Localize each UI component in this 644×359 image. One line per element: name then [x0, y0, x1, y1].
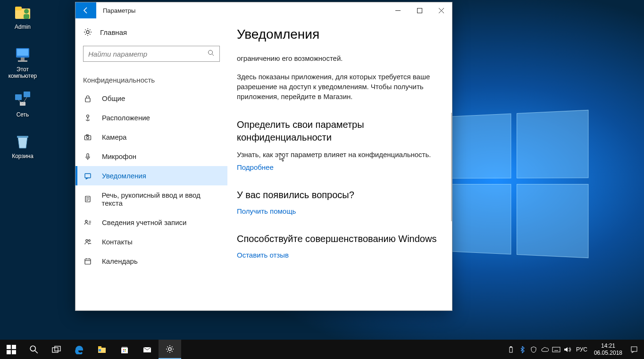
titlebar[interactable]: Параметры [75, 2, 452, 18]
content-subheading: Способствуйте совершенствованию Windows [237, 233, 443, 245]
settings-window: Параметры Главная Конфиденциальность [75, 2, 452, 311]
desktop-icon-this-pc[interactable]: Этот компьютер [5, 45, 41, 79]
sidebar-item-speech[interactable]: Речь, рукописный ввод и ввод текста [75, 185, 227, 213]
taskbar-edge-button[interactable] [68, 340, 91, 359]
svg-rect-24 [85, 135, 91, 140]
recycle-bin-icon [13, 132, 32, 151]
get-help-link[interactable]: Получить помощь [237, 207, 296, 215]
taskbar-explorer-button[interactable] [91, 340, 113, 359]
svg-rect-9 [24, 92, 30, 97]
sidebar-item-camera[interactable]: Камера [75, 127, 227, 147]
svg-rect-64 [552, 347, 560, 352]
content-description: Узнать, как этот параметр влияет на конф… [237, 150, 443, 159]
close-button[interactable] [430, 2, 452, 18]
system-tray: РУС 14:21 06.05.2018 [503, 340, 644, 359]
settings-sidebar: Главная Конфиденциальность Общие Располо… [75, 18, 227, 310]
maximize-button[interactable] [409, 2, 430, 18]
windows-logo-wallpaper [451, 110, 589, 258]
gear-icon [83, 28, 92, 36]
sidebar-item-label: Камера [102, 133, 126, 141]
svg-rect-44 [7, 345, 11, 349]
window-title: Параметры [103, 7, 135, 14]
svg-rect-46 [7, 350, 11, 354]
sidebar-item-account-info[interactable]: Сведения учетной записи [75, 213, 227, 232]
sidebar-item-label: Календарь [102, 257, 138, 265]
sidebar-item-contacts[interactable]: Контакты [75, 232, 227, 251]
scrollbar-thumb[interactable] [451, 113, 452, 221]
microphone-icon [83, 153, 92, 160]
svg-point-2 [24, 9, 29, 14]
svg-rect-70 [631, 347, 637, 351]
user-folder-icon [13, 3, 32, 22]
svg-rect-51 [55, 346, 60, 351]
learn-more-link[interactable]: Подробнее [237, 163, 274, 171]
content-text: ограничению его возможностей. [237, 53, 443, 63]
svg-rect-50 [52, 348, 58, 352]
search-box[interactable] [83, 46, 220, 62]
tray-time: 14:21 [594, 342, 622, 349]
svg-rect-26 [86, 134, 88, 136]
svg-rect-55 [121, 348, 128, 353]
svg-point-19 [209, 50, 213, 54]
start-button[interactable] [0, 340, 23, 359]
desktop-icon-label: Admin [5, 24, 41, 30]
desktop-icon-admin[interactable]: Admin [5, 3, 41, 30]
desktop-icon-label: Этот компьютер [5, 66, 41, 79]
svg-rect-1 [15, 7, 22, 10]
tray-usb-icon[interactable] [505, 340, 517, 359]
sidebar-item-general[interactable]: Общие [75, 89, 227, 108]
tray-onedrive-icon[interactable] [539, 340, 551, 359]
tray-clock[interactable]: 14:21 06.05.2018 [590, 342, 626, 356]
clipboard-icon [83, 195, 92, 203]
svg-point-38 [86, 239, 88, 241]
tray-action-center[interactable] [626, 340, 642, 359]
taskbar-store-button[interactable] [113, 340, 136, 359]
sidebar-item-label: Уведомления [102, 172, 146, 180]
taskbar: РУС 14:21 06.05.2018 [0, 340, 644, 359]
tray-language[interactable]: РУС [573, 346, 590, 353]
svg-line-20 [212, 54, 214, 56]
taskbar-search-button[interactable] [23, 340, 45, 359]
svg-rect-54 [99, 349, 101, 351]
sidebar-section-label: Конфиденциальность [75, 68, 227, 89]
location-icon [83, 114, 92, 122]
sidebar-item-microphone[interactable]: Микрофон [75, 147, 227, 166]
desktop: Admin Этот компьютер Сеть Корзина Параме… [0, 0, 644, 359]
search-input[interactable] [88, 50, 208, 58]
sidebar-item-notifications[interactable]: Уведомления [75, 166, 227, 185]
desktop-icon-recycle-bin[interactable]: Корзина [5, 132, 41, 159]
tray-keyboard-icon[interactable] [551, 340, 562, 359]
svg-rect-57 [125, 349, 126, 351]
lock-icon [83, 95, 92, 102]
account-icon [83, 219, 92, 226]
sidebar-item-label: Общие [102, 94, 125, 102]
sidebar-home[interactable]: Главная [75, 23, 227, 41]
desktop-icon-label: Сеть [5, 111, 41, 118]
content-subheading: У вас появились вопросы? [237, 189, 443, 201]
svg-line-49 [35, 351, 38, 353]
sidebar-item-location[interactable]: Расположение [75, 108, 227, 127]
svg-rect-58 [123, 351, 125, 352]
sidebar-item-calendar[interactable]: Календарь [75, 251, 227, 271]
back-button[interactable] [75, 2, 96, 18]
task-view-button[interactable] [45, 340, 68, 359]
svg-point-48 [30, 346, 35, 351]
calendar-icon [83, 258, 92, 265]
computer-icon [13, 45, 32, 64]
taskbar-settings-button[interactable] [159, 340, 181, 359]
notification-icon [83, 172, 92, 180]
minimize-button[interactable] [387, 2, 409, 18]
svg-rect-59 [125, 351, 126, 352]
search-icon [208, 50, 215, 58]
tray-volume-icon[interactable] [562, 340, 573, 359]
tray-defender-icon[interactable] [528, 340, 539, 359]
svg-point-39 [89, 240, 91, 242]
svg-rect-45 [12, 345, 16, 349]
network-icon [13, 91, 32, 109]
content-subheading: Определить свои параметры конфиденциальн… [237, 118, 443, 144]
taskbar-mail-button[interactable] [136, 340, 159, 359]
tray-bluetooth-icon[interactable] [517, 340, 528, 359]
feedback-link[interactable]: Оставить отзыв [237, 251, 289, 259]
desktop-icon-network[interactable]: Сеть [5, 91, 41, 118]
sidebar-item-label: Микрофон [102, 152, 136, 160]
